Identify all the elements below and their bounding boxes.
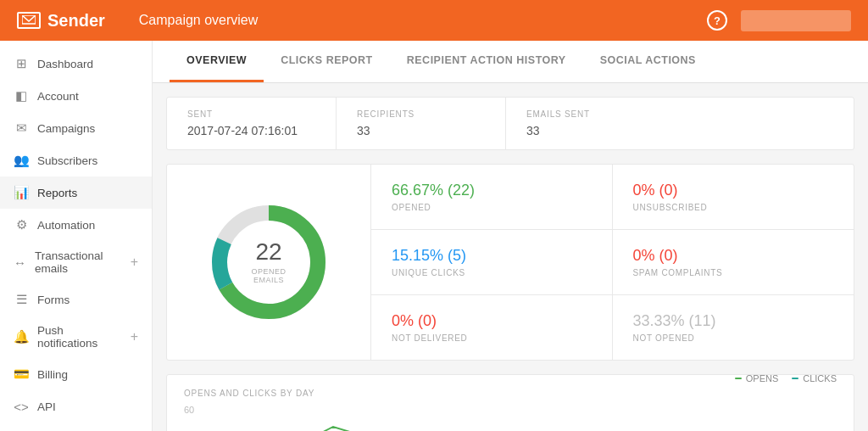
sidebar-label-transactional: Transactional emails bbox=[35, 249, 122, 275]
sidebar-label-automation: Automation bbox=[37, 219, 95, 232]
metrics-grid: 66.67% (22) OPENED 0% (0) UNSUBSCRIBED 1… bbox=[370, 165, 854, 360]
chart-section: OPENS AND CLICKS BY DAY OPENS CLICKS 60 bbox=[166, 374, 854, 431]
metric-cell-4: 0% (0) NOT DELIVERED bbox=[371, 295, 613, 360]
logo: Sender bbox=[17, 11, 105, 31]
metric-cell-3: 0% (0) SPAM COMPLAINTS bbox=[613, 230, 854, 295]
account-icon: ◧ bbox=[14, 88, 29, 104]
metric-label-5: NOT OPENED bbox=[633, 333, 695, 343]
reports-icon: 📊 bbox=[14, 185, 29, 200]
content-area: OVERVIEWCLICKS REPORTRECIPIENT ACTION HI… bbox=[153, 41, 868, 431]
chart-area bbox=[184, 418, 837, 431]
metric-label-2: UNIQUE CLICKS bbox=[392, 268, 465, 277]
logo-icon bbox=[17, 12, 41, 29]
metric-value-3: 0% (0) bbox=[633, 247, 678, 265]
sidebar-label-billing: Billing bbox=[37, 368, 68, 381]
donut-area: 22 OPENED EMAILS bbox=[167, 165, 370, 360]
stat-label: RECIPIENTS bbox=[357, 109, 485, 119]
sidebar-label-campaigns: Campaigns bbox=[37, 122, 95, 135]
stat-label: SENT bbox=[187, 109, 315, 119]
legend-opens: OPENS bbox=[735, 373, 779, 383]
stat-sent: SENT 2017-07-24 07:16:01 bbox=[167, 98, 337, 149]
api-icon: <> bbox=[14, 399, 29, 414]
metric-value-1: 0% (0) bbox=[633, 182, 678, 199]
sidebar-item-forms[interactable]: ☰ Forms bbox=[0, 283, 152, 316]
tab-social[interactable]: SOCIAL ACTIONS bbox=[583, 41, 713, 82]
clicks-dot bbox=[792, 378, 798, 379]
sidebar-item-account[interactable]: ◧ Account bbox=[0, 80, 152, 112]
stat-recipients: RECIPIENTS 33 bbox=[337, 98, 506, 149]
stat-value: 2017-07-24 07:16:01 bbox=[187, 124, 315, 137]
sidebar-item-subscribers[interactable]: 👥 Subscribers bbox=[0, 144, 152, 176]
metric-value-4: 0% (0) bbox=[392, 312, 437, 330]
metric-value-5: 33.33% (11) bbox=[633, 312, 716, 330]
tab-overview[interactable]: OVERVIEW bbox=[170, 41, 264, 82]
metric-label-1: UNSUBSCRIBED bbox=[633, 203, 708, 212]
search-input[interactable] bbox=[741, 10, 851, 31]
campaigns-icon: ✉ bbox=[14, 120, 29, 136]
legend-clicks: CLICKS bbox=[792, 373, 837, 383]
chart-legend: OPENS CLICKS bbox=[735, 373, 837, 383]
sidebar-label-account: Account bbox=[37, 90, 79, 103]
sidebar-label-subscribers: Subscribers bbox=[37, 154, 97, 167]
tab-recipient[interactable]: RECIPIENT ACTION HISTORY bbox=[390, 41, 583, 82]
stat-emails-sent: EMAILS SENT 33 bbox=[506, 98, 676, 149]
main-panel: 22 OPENED EMAILS 66.67% (22) OPENED 0% (… bbox=[166, 164, 854, 361]
topnav-right: ? bbox=[707, 10, 851, 31]
sidebar-item-api[interactable]: <> API bbox=[0, 390, 152, 423]
stat-value: 33 bbox=[357, 124, 485, 137]
sidebar: ⊞ Dashboard ◧ Account ✉ Campaigns 👥 Subs… bbox=[0, 41, 153, 431]
sidebar-label-push: Push notifications bbox=[37, 324, 122, 350]
main-layout: ⊞ Dashboard ◧ Account ✉ Campaigns 👥 Subs… bbox=[0, 41, 868, 431]
plus-push[interactable]: + bbox=[131, 329, 138, 344]
metric-cell-1: 0% (0) UNSUBSCRIBED bbox=[613, 165, 854, 230]
metric-value-2: 15.15% (5) bbox=[392, 247, 466, 265]
metric-label-0: OPENED bbox=[392, 203, 431, 212]
opens-dot bbox=[735, 378, 742, 379]
metric-value-0: 66.67% (22) bbox=[392, 182, 475, 199]
sidebar-item-automation[interactable]: ⚙ Automation bbox=[0, 209, 152, 241]
y-label-60: 60 bbox=[184, 405, 837, 415]
sidebar-label-reports: Reports bbox=[37, 187, 77, 199]
sidebar-item-billing[interactable]: 💳 Billing bbox=[0, 358, 152, 390]
transactional-icon: ↔ bbox=[14, 255, 26, 270]
clicks-label: CLICKS bbox=[803, 373, 837, 383]
donut-chart: 22 OPENED EMAILS bbox=[201, 194, 337, 330]
donut-number: 22 bbox=[235, 240, 303, 264]
subscribers-icon: 👥 bbox=[14, 153, 29, 168]
metric-cell-0: 66.67% (22) OPENED bbox=[371, 165, 613, 230]
opens-label: OPENS bbox=[746, 373, 779, 383]
stat-value: 33 bbox=[526, 124, 655, 137]
donut-label: OPENED EMAILS bbox=[235, 267, 303, 284]
top-navigation: Sender Campaign overview ? bbox=[0, 0, 868, 41]
stat-label: EMAILS SENT bbox=[526, 109, 655, 119]
sidebar-item-dashboard[interactable]: ⊞ Dashboard bbox=[0, 48, 152, 80]
billing-icon: 💳 bbox=[14, 367, 29, 382]
page-title: Campaign overview bbox=[139, 13, 259, 28]
metric-cell-5: 33.33% (11) NOT OPENED bbox=[613, 295, 854, 360]
chart-title: OPENS AND CLICKS BY DAY bbox=[184, 389, 314, 398]
push-icon: 🔔 bbox=[14, 329, 29, 344]
metric-cell-2: 15.15% (5) UNIQUE CLICKS bbox=[371, 230, 613, 295]
forms-icon: ☰ bbox=[14, 292, 29, 307]
sidebar-label-dashboard: Dashboard bbox=[37, 58, 93, 70]
tab-clicks[interactable]: CLICKS REPORT bbox=[264, 41, 390, 82]
sidebar-label-forms: Forms bbox=[37, 294, 70, 306]
plus-transactional[interactable]: + bbox=[131, 255, 138, 270]
sidebar-item-reports[interactable]: 📊 Reports bbox=[0, 176, 152, 209]
sidebar-item-push[interactable]: 🔔 Push notifications + bbox=[0, 316, 152, 358]
metric-label-4: NOT DELIVERED bbox=[392, 333, 468, 343]
metric-label-3: SPAM COMPLAINTS bbox=[633, 268, 723, 277]
sidebar-item-campaigns[interactable]: ✉ Campaigns bbox=[0, 112, 152, 144]
sidebar-item-transactional[interactable]: ↔ Transactional emails + bbox=[0, 241, 152, 283]
donut-center: 22 OPENED EMAILS bbox=[235, 240, 303, 284]
sidebar-label-api: API bbox=[37, 400, 56, 413]
automation-icon: ⚙ bbox=[14, 217, 29, 232]
tabs-bar: OVERVIEWCLICKS REPORTRECIPIENT ACTION HI… bbox=[153, 41, 868, 83]
logo-text: Sender bbox=[47, 11, 105, 31]
stats-row: SENT 2017-07-24 07:16:01 RECIPIENTS 33 E… bbox=[166, 97, 854, 150]
help-button[interactable]: ? bbox=[707, 10, 727, 31]
dashboard-icon: ⊞ bbox=[14, 56, 29, 71]
